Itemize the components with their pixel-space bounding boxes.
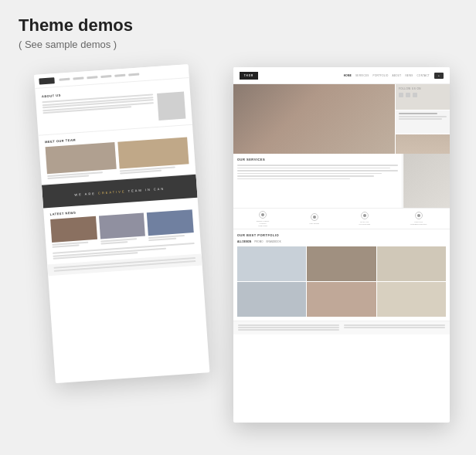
lm-news-section: LATEST NEWS [43,198,202,265]
rm-nav-link-services[interactable]: SERVICES [355,74,369,77]
rm-portfolio-item-2[interactable] [307,246,376,281]
lm-nav-link [59,78,70,81]
rm-services-section: OUR SERVICES [233,154,450,208]
rm-service-icons-row: FRESH PRINT(LOGO)CREATED APP DONE EASY T… [233,208,450,229]
rm-social-icon-tw[interactable] [406,93,410,97]
header-section: Theme demos ( See sample demos ) [19,15,457,50]
lm-news-img-1 [50,216,97,243]
rm-hero-social: FOLLOW US ON [396,84,450,110]
rm-hero-address [396,110,450,134]
lm-nav-link [100,75,111,78]
rm-service-icon-circle-4 [415,212,423,219]
mockup-left[interactable]: ABOUT US MEET OUR TEAM [34,64,209,383]
lm-news-item-3 [147,209,194,241]
rm-nav-button[interactable]: + [434,73,444,79]
rm-portfolio-item-1[interactable] [237,246,306,281]
lm-nav-links [59,73,139,80]
rm-portfolio-img-3 [377,246,446,281]
rm-service-icon-circle-2 [311,213,318,221]
lm-team-photo-1 [46,142,117,179]
rm-filter-brand[interactable]: BRANDBOOK [266,240,280,243]
rm-social-icon-ig[interactable] [413,93,417,97]
rm-portfolio-item-5[interactable] [307,282,376,317]
rm-services-title: OUR SERVICES [237,158,398,161]
rm-footer-line [238,329,339,331]
rm-service-icon-3: EASY TOCUSTOMIZE [359,212,371,226]
rm-services-text: OUR SERVICES [233,154,403,208]
lm-nav-logo [39,77,55,84]
lm-banner-text: WE ARE CREATIVE TEAM IN CAN [74,186,165,196]
rm-nav-link-portfolio[interactable]: PORTFOLIO [373,74,389,77]
demos-area: ABOUT US MEET OUR TEAM [19,59,457,438]
rm-portfolio-item-3[interactable] [377,246,446,281]
rm-nav-btn-icon: + [438,73,440,77]
rm-hero: FOLLOW US ON [233,84,450,154]
lm-team-photo-img-1 [46,142,117,174]
rm-nav-logo-text: THOR [244,74,254,77]
rm-footer-line [344,327,445,328]
rm-social-icons [399,93,447,97]
mockup-right[interactable]: THOR HOME SERVICES PORTFOLIO ABOUT NEWS … [233,67,450,423]
lm-team-photo-img-2 [117,137,189,168]
rm-service-label-4: CLEAN &MODERN DESIGN [410,221,427,226]
rm-service-icon-4: CLEAN &MODERN DESIGN [410,212,427,226]
rm-portfolio-img-6 [377,282,446,317]
lm-news-item-2 [99,213,146,245]
lm-about-image [157,92,185,121]
rm-hero-main-image [233,84,395,154]
rm-service-icon-dot-1 [261,213,264,216]
rm-follow-label: FOLLOW US ON [399,87,447,90]
rm-nav-link-about[interactable]: ABOUT [393,74,402,77]
rm-nav-logo: THOR [240,72,258,80]
rm-portfolio-item-6[interactable] [377,282,446,317]
rm-nav-link-news[interactable]: NEWS [405,74,413,77]
rm-nav-link-contact[interactable]: CONTACT [417,74,430,77]
rm-nav: THOR HOME SERVICES PORTFOLIO ABOUT NEWS … [233,67,450,84]
rm-footer-col-2 [344,324,445,331]
lm-nav-link [128,73,139,76]
rm-footer-line [344,324,445,326]
rm-hero-bg [233,84,395,154]
lm-nav-link [87,76,97,79]
page-container: Theme demos ( See sample demos ) ABOUT U… [0,0,476,455]
rm-filter-promo[interactable]: PROMO [254,240,263,243]
lm-banner-accent: CREATIVE [98,189,126,195]
rm-portfolio-img-4 [237,282,306,317]
rm-service-label-3: EASY TOCUSTOMIZE [359,221,371,226]
rm-service-icon-circle-3 [361,212,369,219]
rm-service-icon-circle-1 [259,211,267,219]
rm-hero-side: FOLLOW US ON [396,84,450,154]
page-title: Theme demos [19,15,457,36]
rm-service-icon-dot-4 [417,214,420,217]
rm-service-icon-2: APP DONE [309,213,319,225]
rm-nav-links: HOME SERVICES PORTFOLIO ABOUT NEWS CONTA… [344,74,430,77]
rm-portfolio-filters: ALL DESIGN PROMO BRANDBOOK [237,240,446,243]
rm-nav-link-home[interactable]: HOME [344,74,352,77]
rm-portfolio-section: OUR BEST PORTFOLIO ALL DESIGN PROMO BRAN… [233,229,450,321]
rm-hero-side-image [396,134,450,154]
page-subtitle: ( See sample demos ) [19,39,457,50]
lm-nav-link [73,77,83,80]
rm-portfolio-img-5 [307,282,376,317]
rm-portfolio-grid [237,246,446,317]
lm-team-photo-2 [117,137,189,174]
rm-footer-line [238,324,339,326]
lm-news-item-1 [50,216,97,248]
rm-portfolio-img-2 [307,246,376,281]
rm-service-icon-1: FRESH PRINT(LOGO)CREATED [257,211,270,227]
rm-services-image [403,154,450,208]
lm-nav-link [114,74,125,77]
rm-service-icon-dot-2 [313,216,316,219]
rm-portfolio-img-1 [237,246,306,281]
rm-social-icon-fb[interactable] [399,93,403,97]
rm-footer-col-1 [238,324,339,331]
rm-service-label-1: FRESH PRINT(LOGO)CREATED [257,220,270,227]
rm-service-label-2: APP DONE [309,222,319,225]
rm-portfolio-item-4[interactable] [237,282,306,317]
rm-footer-line [238,327,339,328]
rm-service-icon-dot-3 [363,214,366,217]
lm-news-img-2 [99,213,146,239]
rm-portfolio-title: OUR BEST PORTFOLIO [237,233,446,237]
rm-footer [233,321,450,334]
rm-filter-all[interactable]: ALL DESIGN [237,240,251,243]
